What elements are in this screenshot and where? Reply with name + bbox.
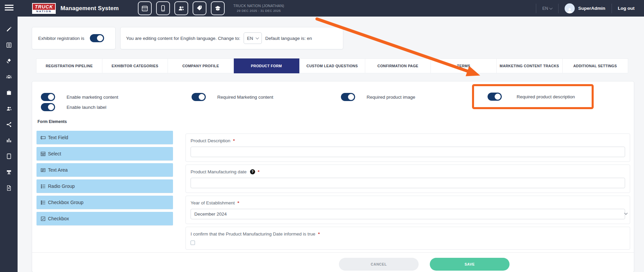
settings-tab-bar: REGISTRATION PIPELINE EXHIBITOR CATEGORI… bbox=[36, 58, 628, 73]
field-card-confirm-checkbox[interactable]: I confirm that the Pruduct Manufacturing… bbox=[185, 227, 630, 250]
app-title: Management System bbox=[60, 5, 119, 12]
left-sidebar bbox=[0, 17, 18, 272]
attendee-group-icon[interactable] bbox=[0, 69, 18, 85]
avatar bbox=[565, 3, 575, 14]
bar-chart-icon[interactable] bbox=[0, 132, 18, 148]
tab-confirmation-page[interactable]: CONFIRMATION PAGE bbox=[365, 58, 431, 73]
form-element-checkbox[interactable]: Checkbox bbox=[36, 212, 173, 225]
app-root: TRUCK NATION Management System TRUCK NAT… bbox=[0, 0, 644, 272]
language-select[interactable]: EN bbox=[244, 32, 262, 44]
manufacturing-date-input[interactable] bbox=[191, 178, 625, 188]
tab-registration-pipeline[interactable]: REGISTRATION PIPELINE bbox=[36, 58, 102, 73]
required-product-image-toggle[interactable] bbox=[341, 93, 355, 101]
field-label-text: Product Description bbox=[191, 138, 230, 143]
checkbox-icon bbox=[41, 216, 46, 221]
field-label: I confirm that the Pruduct Manufacturing… bbox=[191, 231, 625, 237]
product-description-input[interactable] bbox=[191, 147, 625, 157]
field-label-text: Product Manufacturing date bbox=[191, 169, 247, 174]
required-product-image-group: Required product image bbox=[341, 93, 415, 101]
tab-terms[interactable]: TERMS bbox=[431, 58, 497, 73]
form-element-checkbox-group[interactable]: Checkbox Group bbox=[36, 196, 173, 209]
pencil-icon[interactable] bbox=[0, 21, 18, 37]
logo-line1: TRUCK bbox=[33, 4, 55, 10]
calendar-icon[interactable] bbox=[138, 1, 152, 15]
form-element-label: Select bbox=[48, 151, 61, 156]
language-notice-text: You are editing content for English lang… bbox=[126, 36, 240, 41]
booth-icon[interactable] bbox=[0, 164, 18, 180]
help-icon[interactable]: ? bbox=[250, 169, 255, 174]
save-button[interactable]: SAVE bbox=[430, 258, 510, 271]
logo-line2: NATION bbox=[33, 10, 55, 13]
tab-custom-lead-questions[interactable]: CUSTOM LEAD QUESTIONS bbox=[299, 58, 365, 73]
divider bbox=[536, 4, 536, 13]
form-elements-heading: Form Elements bbox=[38, 119, 67, 124]
tab-company-profile[interactable]: COMPANY PROFILE bbox=[168, 58, 234, 73]
truck-nation-logo[interactable]: TRUCK NATION bbox=[32, 3, 56, 14]
file-upload-icon[interactable] bbox=[0, 180, 18, 196]
confirm-checkbox[interactable] bbox=[191, 241, 195, 245]
field-card-product-description[interactable]: Product Description * bbox=[185, 133, 630, 162]
event-name: TRUCK NATION (JONATHAN) bbox=[233, 3, 284, 8]
year-of-establishment-select[interactable]: December 2024 bbox=[191, 209, 625, 219]
user-name: SuperAdmin bbox=[578, 6, 605, 11]
required-asterisk: * bbox=[233, 138, 235, 143]
education-icon[interactable] bbox=[211, 1, 225, 15]
field-label-text: I confirm that the Pruduct Manufacturing… bbox=[191, 231, 315, 237]
enable-marketing-content-label: Enable marketing content bbox=[67, 95, 118, 100]
form-element-radio-group[interactable]: Radio Group bbox=[36, 179, 173, 193]
tag-icon[interactable] bbox=[193, 1, 206, 15]
exhibitor-registration-toggle[interactable] bbox=[90, 34, 104, 42]
required-product-description-toggle[interactable] bbox=[488, 93, 502, 101]
briefcase-icon[interactable] bbox=[0, 85, 18, 101]
topbar-quick-icons bbox=[138, 1, 225, 15]
form-element-label: Radio Group bbox=[48, 183, 75, 189]
share-icon[interactable] bbox=[0, 117, 18, 132]
attendees-icon[interactable] bbox=[174, 1, 188, 15]
enable-launch-label-label: Enable launch label bbox=[67, 105, 106, 110]
required-marketing-content-label: Required Marketing content bbox=[217, 95, 273, 100]
highlight-box-required-product-description: Required product description bbox=[472, 84, 594, 109]
tablet-icon[interactable] bbox=[0, 148, 18, 164]
required-product-image-label: Required product image bbox=[367, 95, 415, 100]
enable-marketing-content-toggle[interactable] bbox=[41, 93, 55, 101]
form-element-label: Checkbox Group bbox=[48, 200, 83, 205]
enable-marketing-content-group: Enable marketing content bbox=[41, 93, 118, 101]
topbar-right: EN SuperAdmin Log out bbox=[530, 3, 635, 14]
required-asterisk: * bbox=[238, 200, 239, 205]
tab-marketing-content-tracks[interactable]: MARKETING CONTENT TRACKS bbox=[497, 58, 563, 73]
user-menu[interactable]: SuperAdmin bbox=[565, 3, 605, 14]
logout-button[interactable]: Log out bbox=[618, 6, 635, 11]
form-element-label: Text Field bbox=[48, 135, 68, 140]
field-label: Year of Establishment * bbox=[191, 200, 625, 205]
mobile-icon[interactable] bbox=[156, 1, 170, 15]
hamburger-menu-icon[interactable] bbox=[5, 5, 14, 12]
tab-exhibitor-categories[interactable]: EXHIBITOR CATEGORIES bbox=[102, 58, 168, 73]
checkbox-group-icon bbox=[41, 200, 46, 205]
form-element-select[interactable]: Select bbox=[36, 147, 173, 160]
tab-product-form[interactable]: PRODUCT FORM bbox=[234, 58, 300, 73]
form-list-icon[interactable] bbox=[0, 37, 18, 53]
users-icon[interactable] bbox=[0, 101, 18, 117]
enable-launch-label-toggle[interactable] bbox=[41, 103, 55, 111]
field-card-year-of-establishment[interactable]: Year of Establishment * December 2024 bbox=[185, 196, 630, 224]
language-select-value: EN bbox=[247, 36, 253, 41]
footer-divider bbox=[32, 252, 634, 253]
form-elements-list: Text Field Select Text Area Radio Group … bbox=[36, 131, 173, 228]
cancel-button[interactable]: CANCEL bbox=[339, 258, 419, 271]
layers-icon[interactable] bbox=[0, 53, 18, 69]
required-product-description-label: Required product description bbox=[517, 94, 575, 99]
divider bbox=[612, 4, 612, 13]
chevron-down-icon bbox=[256, 36, 259, 40]
form-element-text-area[interactable]: Text Area bbox=[36, 163, 173, 177]
required-marketing-content-toggle[interactable] bbox=[192, 93, 206, 101]
topbar-language-dropdown[interactable]: EN bbox=[542, 6, 552, 11]
language-notice-card: You are editing content for English lang… bbox=[120, 27, 343, 49]
tab-additional-settings[interactable]: ADDITIONAL SETTINGS bbox=[563, 58, 628, 73]
default-language-text: Default language is: en bbox=[265, 36, 312, 41]
field-card-manufacturing-date[interactable]: Product Manufacturing date ? * bbox=[185, 165, 630, 193]
text-field-icon bbox=[41, 135, 46, 140]
required-marketing-content-group: Required Marketing content bbox=[192, 93, 273, 101]
form-element-label: Text Area bbox=[48, 167, 68, 173]
form-element-text-field[interactable]: Text Field bbox=[36, 131, 173, 144]
field-label: Product Description * bbox=[191, 138, 625, 143]
